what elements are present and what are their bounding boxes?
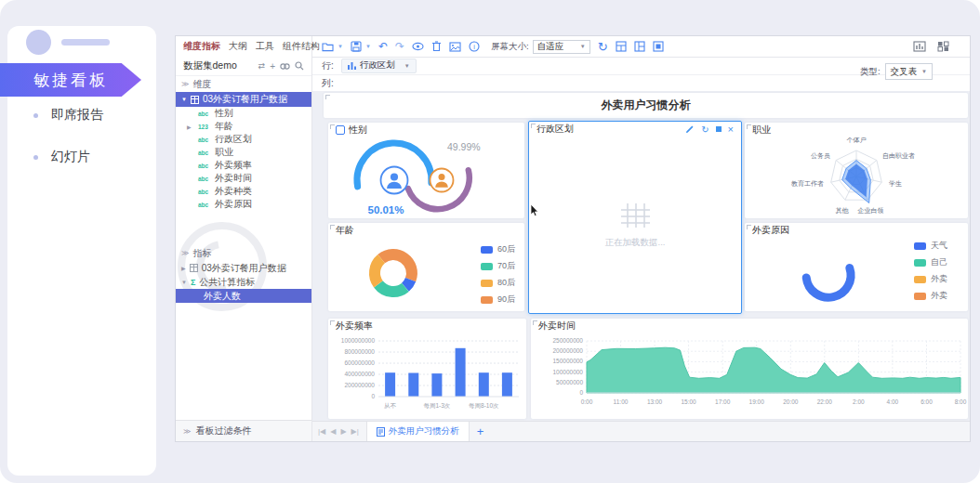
gender-gauge-chart: 49.99%50.01% xyxy=(328,137,524,218)
stop-icon[interactable] xyxy=(716,126,722,132)
tab-prev-icon[interactable]: ◀ xyxy=(330,427,336,436)
refresh-icon[interactable]: ↻ xyxy=(701,124,709,135)
svg-text:企业白领: 企业白领 xyxy=(857,207,884,215)
open-folder-icon[interactable] xyxy=(322,41,334,52)
trash-icon[interactable] xyxy=(431,41,442,52)
card-title: 性别 xyxy=(349,124,367,137)
chart-card-occupation[interactable]: 职业 个体户自由职业者学生企业白领其他教育工作者公务员 xyxy=(745,123,968,218)
legend-item[interactable]: 自己 xyxy=(914,256,968,268)
chart-card-reason[interactable]: 外卖原因 天气自己外卖外卖 xyxy=(745,223,968,311)
legend-item[interactable]: 外卖 xyxy=(914,273,968,285)
chevron-down-icon[interactable]: ▼ xyxy=(365,44,371,49)
metric-section: ≫ 指标 ▶ 03外卖订餐用户数据 ▼ Σ 公共计算指标 外卖人数 xyxy=(176,245,311,303)
tree-field-外卖原因[interactable]: abc外卖原因 xyxy=(176,198,311,211)
components-grid-icon[interactable] xyxy=(937,41,949,52)
chevron-down-icon[interactable]: ▼ xyxy=(338,44,343,49)
grid-icon-1[interactable] xyxy=(616,41,627,52)
svg-text:11:00: 11:00 xyxy=(614,398,629,405)
dashboard-grid: 外卖用户习惯分析 性别 49.99%50.01% 行政区划 xyxy=(312,91,970,421)
field-type-123-icon: 123 xyxy=(198,124,211,130)
dashboard-title-card[interactable]: 外卖用户习惯分析 xyxy=(324,93,968,118)
legend-label: 外卖 xyxy=(931,273,947,285)
export-image-icon[interactable] xyxy=(449,42,461,52)
sidebar-badge-dashboard[interactable]: 敏捷看板 xyxy=(0,63,141,97)
chart-card-frequency[interactable]: 外卖频率 10000000008000000006000000004000000… xyxy=(328,319,526,419)
tree-field-性别[interactable]: abc性别 xyxy=(176,107,311,120)
tree-root-dataset[interactable]: ▼ 03外卖订餐用户数据 xyxy=(176,92,311,107)
chart-type-select[interactable]: 交叉表 ▼ xyxy=(885,63,933,80)
sidebar-item-adhoc-report[interactable]: 即席报告 xyxy=(33,107,103,124)
sidebar-item-slideshow[interactable]: 幻灯片 xyxy=(33,149,90,165)
field-type-abc-icon: abc xyxy=(198,202,211,208)
sidebar: 敏捷看板 即席报告 幻灯片 xyxy=(7,26,156,476)
tree-field-职业[interactable]: abc职业 xyxy=(176,146,311,159)
metric-section-header[interactable]: ≫ 指标 xyxy=(176,245,311,261)
svg-text:200000000: 200000000 xyxy=(552,347,583,354)
svg-text:19:00: 19:00 xyxy=(749,398,765,405)
menu-tab-2[interactable]: 工具 xyxy=(256,40,274,53)
tab-first-icon[interactable]: |◀ xyxy=(318,427,325,436)
chart-card-gender[interactable]: 性别 49.99%50.01% xyxy=(328,123,524,218)
tab-last-icon[interactable]: ▶| xyxy=(351,427,359,436)
metric-group-calculated[interactable]: ▼ Σ 公共计算指标 xyxy=(176,275,311,289)
tree-field-外卖频率[interactable]: abc外卖频率 xyxy=(176,159,311,172)
grid-icon-2[interactable] xyxy=(634,41,645,52)
expander-closed-icon[interactable]: ▶ xyxy=(187,124,192,130)
window-corner-icons xyxy=(913,41,960,52)
data-panel: 数据集demo ⇄ + ≫ 维度 ▼ 03外卖 xyxy=(176,57,312,441)
expander-open-icon[interactable]: ▼ xyxy=(181,97,187,102)
tree-field-年龄[interactable]: ▶123年龄 xyxy=(176,120,311,133)
tab-next-icon[interactable]: ▶ xyxy=(340,427,346,436)
edit-pencil-icon[interactable] xyxy=(685,124,695,134)
legend-item[interactable]: 80后 xyxy=(481,277,515,289)
expander-closed-icon[interactable]: ▶ xyxy=(181,265,186,271)
tab-dashboard-active[interactable]: 外卖用户习惯分析 xyxy=(366,422,470,441)
chart-card-age[interactable]: 年龄 60后70后80后90后 xyxy=(328,223,524,311)
svg-text:教育工作者: 教育工作者 xyxy=(791,179,824,188)
redo-icon[interactable]: ↷ xyxy=(395,41,404,52)
tree-field-外卖种类[interactable]: abc外卖种类 xyxy=(176,185,311,198)
switch-dataset-icon[interactable]: ⇄ xyxy=(258,61,266,71)
svg-text:50.01%: 50.01% xyxy=(367,204,404,215)
metric-item-selected[interactable]: 外卖人数 xyxy=(176,289,311,303)
undo-icon[interactable]: ↶ xyxy=(378,41,388,52)
add-icon[interactable]: + xyxy=(270,61,275,72)
preview-eye-icon[interactable] xyxy=(412,42,424,51)
search-icon[interactable] xyxy=(295,61,304,71)
dimension-section-header[interactable]: ≫ 维度 xyxy=(176,76,311,92)
row-field-pill[interactable]: 行政区划 ▼ xyxy=(341,59,417,73)
chart-card-time[interactable]: 外卖时间 25000000020000000015000000010000000… xyxy=(531,319,968,419)
row-shelf-label: 行: xyxy=(322,59,334,72)
add-tab-button[interactable]: + xyxy=(477,424,484,438)
legend-item[interactable]: 70后 xyxy=(481,260,515,272)
dashboard-filter-bar[interactable]: ≫ 看板过滤条件 xyxy=(176,420,311,441)
expander-open-icon[interactable]: ▼ xyxy=(181,280,187,285)
grid-icon-3[interactable] xyxy=(653,41,664,52)
refresh-icon[interactable]: ↻ xyxy=(598,41,608,53)
tree-field-行政区划[interactable]: abc行政区划 xyxy=(176,133,311,146)
close-icon[interactable]: × xyxy=(728,124,734,135)
menu-tab-0[interactable]: 维度指标 xyxy=(183,40,220,53)
legend-item[interactable]: 外卖 xyxy=(914,290,968,302)
metric-group-label: 公共计算指标 xyxy=(199,276,255,289)
legend-swatch xyxy=(481,246,493,254)
chart-card-region-selected[interactable]: 行政区划 ↻ × xyxy=(528,121,742,314)
metric-root-dataset[interactable]: ▶ 03外卖订餐用户数据 xyxy=(176,261,311,275)
menu-tab-1[interactable]: 大纲 xyxy=(229,40,247,53)
legend-item[interactable]: 天气 xyxy=(914,240,968,252)
chart-window-icon[interactable] xyxy=(913,41,926,52)
legend-item[interactable]: 90后 xyxy=(481,294,515,306)
chevron-down-icon[interactable]: ▼ xyxy=(404,63,410,69)
bar-chart-icon xyxy=(348,62,356,70)
info-icon[interactable]: i xyxy=(469,41,480,52)
svg-text:自由职业者: 自由职业者 xyxy=(882,152,915,160)
screen-size-select[interactable]: 自适应 ▼ xyxy=(533,40,590,54)
sheet-icon xyxy=(377,427,385,437)
chevron-down-icon: ▼ xyxy=(580,44,586,49)
legend-item[interactable]: 60后 xyxy=(481,243,515,255)
field-type-abc-icon: abc xyxy=(198,150,211,156)
legend-swatch xyxy=(481,263,493,270)
save-icon[interactable] xyxy=(351,41,362,52)
link-icon[interactable] xyxy=(280,62,290,71)
tree-field-外卖时间[interactable]: abc外卖时间 xyxy=(176,172,311,185)
